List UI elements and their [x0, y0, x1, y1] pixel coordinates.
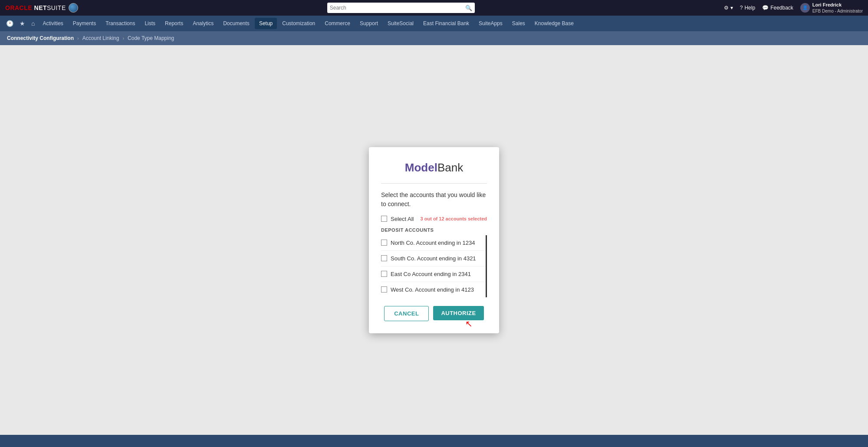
nav-customization[interactable]: Customization — [278, 18, 319, 29]
top-bar: ORACLE NETSUITE 🔍 ⚙ ▾ ? Help 💬 Feedback … — [0, 0, 868, 16]
account-checkbox-0[interactable] — [381, 240, 387, 246]
nav-lists[interactable]: Lists — [140, 18, 160, 29]
nav-activities[interactable]: Activities — [38, 18, 67, 29]
modal-logo: ModelBank — [381, 161, 487, 174]
account-label-1: South Co. Account ending in 4321 — [391, 255, 476, 262]
user-name: Lori Fredrick — [812, 2, 863, 8]
nav-analytics[interactable]: Analytics — [188, 18, 218, 29]
list-item: East Co Account ending in 2341 — [381, 266, 486, 282]
breadcrumb-sep-1: › — [77, 36, 79, 41]
chat-icon: 💬 — [762, 5, 769, 11]
nav-documents[interactable]: Documents — [219, 18, 254, 29]
breadcrumb-account-linking[interactable]: Account Linking — [82, 35, 119, 41]
nav-reports[interactable]: Reports — [161, 18, 187, 29]
account-checkbox-1[interactable] — [381, 255, 387, 261]
nav-commerce[interactable]: Commerce — [320, 18, 355, 29]
settings-dropdown-icon: ▾ — [730, 5, 733, 11]
search-icon: 🔍 — [465, 5, 472, 11]
logo: ORACLE NETSUITE — [5, 3, 78, 13]
help-icon: ? — [740, 5, 743, 11]
accounts-list[interactable]: North Co. Account ending in 1234 South C… — [381, 235, 487, 297]
breadcrumb-sep-2: › — [122, 36, 124, 41]
settings-icon-btn[interactable]: ⚙ ▾ — [724, 5, 733, 11]
account-label-3: West Co. Account ending in 4123 — [391, 286, 474, 293]
breadcrumb-code-type[interactable]: Code Type Mapping — [128, 35, 174, 41]
nav-suitesocial[interactable]: SuiteSocial — [383, 18, 418, 29]
account-checkbox-3[interactable] — [381, 286, 387, 293]
user-details: Lori Fredrick EFB Demo - Administrator — [812, 2, 863, 13]
account-checkbox-2[interactable] — [381, 271, 387, 277]
select-all-row: Select All 3 out of 12 accounts selected — [381, 216, 487, 222]
settings-icon: ⚙ — [724, 5, 729, 11]
top-bar-right: ⚙ ▾ ? Help 💬 Feedback 👤 Lori Fredrick EF… — [724, 2, 863, 13]
nav-east-financial-bank[interactable]: East Financial Bank — [419, 18, 473, 29]
feedback-label: Feedback — [770, 5, 793, 11]
modal-logo-text: ModelBank — [405, 161, 463, 174]
breadcrumb-connectivity[interactable]: Connectivity Configuration — [7, 35, 74, 41]
modal-logo-bank: Bank — [437, 161, 463, 174]
modal-logo-model: Model — [405, 161, 437, 174]
nav-menu: 🕐 ★ ⌂ Activities Payments Transactions L… — [0, 16, 868, 31]
avatar: 👤 — [800, 3, 810, 13]
nav-payments[interactable]: Payments — [69, 18, 100, 29]
nav-knowledge-base[interactable]: Knowledge Base — [530, 18, 578, 29]
deposit-section-label: DEPOSIT ACCOUNTS — [381, 227, 487, 233]
modal-buttons: CANCEL AUTHORIZE ↖ — [381, 306, 487, 321]
breadcrumb-bar: Connectivity Configuration › Account Lin… — [0, 31, 868, 45]
search-container: 🔍 — [83, 3, 719, 13]
select-all-checkbox[interactable] — [381, 216, 387, 222]
main-content: ModelBank Select the accounts that you w… — [0, 45, 868, 435]
help-label: Help — [744, 5, 755, 11]
bottom-bar — [0, 435, 868, 447]
nav-sales[interactable]: Sales — [508, 18, 529, 29]
nav-suiteapps[interactable]: SuiteApps — [474, 18, 507, 29]
select-all-label: Select All — [391, 216, 414, 222]
account-label-0: North Co. Account ending in 1234 — [391, 240, 475, 246]
help-btn[interactable]: ? Help — [740, 5, 755, 11]
recent-icon[interactable]: 🕐 — [3, 18, 16, 29]
feedback-btn[interactable]: 💬 Feedback — [762, 5, 793, 11]
modal-overlay: ModelBank Select the accounts that you w… — [0, 45, 868, 435]
nav-setup[interactable]: Setup — [255, 18, 277, 29]
list-item: South Co. Account ending in 4321 — [381, 251, 486, 266]
account-label-2: East Co Account ending in 2341 — [391, 271, 471, 277]
list-item: North Co. Account ending in 1234 — [381, 235, 486, 251]
modal: ModelBank Select the accounts that you w… — [369, 147, 499, 333]
logo-text: ORACLE NETSUITE — [5, 4, 66, 11]
modal-top-divider — [381, 183, 487, 184]
modal-subtitle: Select the accounts that you would like … — [381, 191, 487, 209]
netsuite-globe-icon — [69, 3, 78, 13]
nav-support[interactable]: Support — [355, 18, 382, 29]
nav-transactions[interactable]: Transactions — [101, 18, 139, 29]
star-icon[interactable]: ★ — [17, 18, 28, 29]
list-item: West Co. Account ending in 4123 — [381, 282, 486, 297]
authorize-button[interactable]: AUTHORIZE — [433, 306, 483, 320]
selection-count: 3 out of 12 accounts selected — [421, 216, 487, 221]
user-info: 👤 Lori Fredrick EFB Demo - Administrator — [800, 2, 863, 13]
home-icon[interactable]: ⌂ — [29, 18, 37, 29]
user-role: EFB Demo - Administrator — [812, 8, 863, 14]
cancel-button[interactable]: CANCEL — [384, 306, 429, 321]
search-input[interactable] — [330, 5, 464, 11]
search-box[interactable]: 🔍 — [327, 3, 475, 13]
